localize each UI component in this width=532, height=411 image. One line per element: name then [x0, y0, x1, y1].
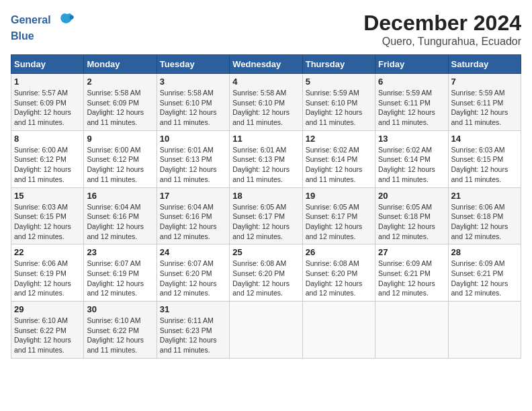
- day-number: 26: [306, 247, 372, 257]
- day-info: Sunrise: 5:58 AM Sunset: 6:10 PM Dayligh…: [232, 88, 299, 128]
- calendar-cell: 6 Sunrise: 5:59 AM Sunset: 6:11 PM Dayli…: [375, 74, 448, 131]
- day-info: Sunrise: 6:04 AM Sunset: 6:16 PM Dayligh…: [160, 202, 226, 242]
- day-number: 20: [378, 191, 445, 201]
- calendar-day-header: Saturday: [448, 55, 521, 74]
- calendar-cell: 29 Sunrise: 6:10 AM Sunset: 6:22 PM Dayl…: [11, 302, 84, 359]
- calendar-cell: 12 Sunrise: 6:02 AM Sunset: 6:14 PM Dayl…: [302, 130, 375, 187]
- calendar-cell: 14 Sunrise: 6:03 AM Sunset: 6:15 PM Dayl…: [448, 130, 521, 187]
- calendar-cell: 28 Sunrise: 6:09 AM Sunset: 6:21 PM Dayl…: [448, 244, 521, 302]
- calendar-cell: 9 Sunrise: 6:00 AM Sunset: 6:12 PM Dayli…: [84, 130, 157, 187]
- calendar-cell: 22 Sunrise: 6:06 AM Sunset: 6:19 PM Dayl…: [11, 244, 84, 302]
- day-info: Sunrise: 6:05 AM Sunset: 6:17 PM Dayligh…: [232, 202, 299, 242]
- title-area: December 2024 Quero, Tungurahua, Ecuador: [363, 11, 521, 48]
- day-info: Sunrise: 6:09 AM Sunset: 6:21 PM Dayligh…: [378, 259, 445, 298]
- day-number: 21: [451, 191, 518, 201]
- page-subtitle: Quero, Tungurahua, Ecuador: [363, 36, 521, 48]
- day-number: 7: [451, 77, 518, 87]
- day-info: Sunrise: 6:08 AM Sunset: 6:20 PM Dayligh…: [306, 259, 372, 298]
- day-info: Sunrise: 6:06 AM Sunset: 6:19 PM Dayligh…: [14, 259, 81, 298]
- logo: General Blue: [11, 11, 76, 42]
- calendar-week-row: 29 Sunrise: 6:10 AM Sunset: 6:22 PM Dayl…: [11, 302, 521, 359]
- day-number: 10: [160, 134, 226, 144]
- calendar-cell: 5 Sunrise: 5:59 AM Sunset: 6:10 PM Dayli…: [302, 74, 375, 131]
- day-info: Sunrise: 6:02 AM Sunset: 6:14 PM Dayligh…: [306, 145, 372, 185]
- day-number: 17: [160, 191, 226, 201]
- day-number: 19: [306, 191, 372, 201]
- day-number: 18: [232, 191, 299, 201]
- calendar-cell: 15 Sunrise: 6:03 AM Sunset: 6:15 PM Dayl…: [11, 187, 84, 244]
- calendar-cell: 20 Sunrise: 6:05 AM Sunset: 6:18 PM Dayl…: [375, 187, 448, 244]
- day-info: Sunrise: 5:59 AM Sunset: 6:11 PM Dayligh…: [451, 88, 518, 128]
- calendar-week-row: 22 Sunrise: 6:06 AM Sunset: 6:19 PM Dayl…: [11, 244, 521, 302]
- day-number: 22: [14, 247, 81, 257]
- day-number: 24: [160, 247, 226, 257]
- calendar-week-row: 8 Sunrise: 6:00 AM Sunset: 6:12 PM Dayli…: [11, 130, 521, 187]
- day-info: Sunrise: 6:02 AM Sunset: 6:14 PM Dayligh…: [378, 145, 445, 185]
- calendar-cell: 24 Sunrise: 6:07 AM Sunset: 6:20 PM Dayl…: [157, 244, 229, 302]
- calendar-cell: 11 Sunrise: 6:01 AM Sunset: 6:13 PM Dayl…: [230, 130, 302, 187]
- day-number: 25: [232, 247, 299, 257]
- calendar-cell: 10 Sunrise: 6:01 AM Sunset: 6:13 PM Dayl…: [157, 130, 229, 187]
- calendar-day-header: Tuesday: [157, 55, 229, 74]
- day-info: Sunrise: 6:05 AM Sunset: 6:17 PM Dayligh…: [306, 202, 372, 242]
- day-info: Sunrise: 6:07 AM Sunset: 6:19 PM Dayligh…: [87, 259, 153, 298]
- calendar-cell: 23 Sunrise: 6:07 AM Sunset: 6:19 PM Dayl…: [84, 244, 157, 302]
- day-number: 31: [160, 304, 226, 314]
- calendar-cell: 1 Sunrise: 5:57 AM Sunset: 6:09 PM Dayli…: [11, 74, 84, 131]
- day-number: 15: [14, 191, 81, 201]
- day-number: 27: [378, 247, 445, 257]
- day-info: Sunrise: 5:59 AM Sunset: 6:10 PM Dayligh…: [306, 88, 372, 128]
- logo-line1: General: [11, 11, 76, 30]
- day-number: 8: [14, 134, 81, 144]
- calendar-cell: 19 Sunrise: 6:05 AM Sunset: 6:17 PM Dayl…: [302, 187, 375, 244]
- page-header: General Blue December 2024 Quero, Tungur…: [11, 11, 521, 48]
- calendar-week-row: 15 Sunrise: 6:03 AM Sunset: 6:15 PM Dayl…: [11, 187, 521, 244]
- day-info: Sunrise: 5:58 AM Sunset: 6:10 PM Dayligh…: [160, 88, 226, 128]
- calendar-cell: [302, 302, 375, 359]
- day-info: Sunrise: 6:10 AM Sunset: 6:22 PM Dayligh…: [14, 316, 81, 355]
- calendar-cell: 17 Sunrise: 6:04 AM Sunset: 6:16 PM Dayl…: [157, 187, 229, 244]
- day-info: Sunrise: 6:03 AM Sunset: 6:15 PM Dayligh…: [14, 202, 81, 242]
- day-info: Sunrise: 5:58 AM Sunset: 6:09 PM Dayligh…: [87, 88, 153, 128]
- day-number: 5: [306, 77, 372, 87]
- calendar-cell: 8 Sunrise: 6:00 AM Sunset: 6:12 PM Dayli…: [11, 130, 84, 187]
- day-info: Sunrise: 6:05 AM Sunset: 6:18 PM Dayligh…: [378, 202, 445, 242]
- day-number: 9: [87, 134, 153, 144]
- calendar-cell: 4 Sunrise: 5:58 AM Sunset: 6:10 PM Dayli…: [230, 74, 302, 131]
- day-info: Sunrise: 6:07 AM Sunset: 6:20 PM Dayligh…: [160, 259, 226, 298]
- day-info: Sunrise: 6:04 AM Sunset: 6:16 PM Dayligh…: [87, 202, 153, 242]
- calendar-day-header: Friday: [375, 55, 448, 74]
- calendar-day-header: Monday: [84, 55, 157, 74]
- day-number: 1: [14, 77, 81, 87]
- day-number: 28: [451, 247, 518, 257]
- calendar-cell: [375, 302, 448, 359]
- day-info: Sunrise: 5:57 AM Sunset: 6:09 PM Dayligh…: [14, 88, 81, 128]
- day-number: 4: [232, 77, 299, 87]
- day-info: Sunrise: 6:06 AM Sunset: 6:18 PM Dayligh…: [451, 202, 518, 242]
- calendar-cell: [230, 302, 302, 359]
- day-info: Sunrise: 5:59 AM Sunset: 6:11 PM Dayligh…: [378, 88, 445, 128]
- calendar-cell: 16 Sunrise: 6:04 AM Sunset: 6:16 PM Dayl…: [84, 187, 157, 244]
- calendar-header-row: SundayMondayTuesdayWednesdayThursdayFrid…: [11, 55, 521, 74]
- day-number: 29: [14, 304, 81, 314]
- day-number: 2: [87, 77, 153, 87]
- calendar-day-header: Thursday: [302, 55, 375, 74]
- day-info: Sunrise: 6:10 AM Sunset: 6:22 PM Dayligh…: [87, 316, 153, 355]
- calendar-cell: 31 Sunrise: 6:11 AM Sunset: 6:23 PM Dayl…: [157, 302, 229, 359]
- day-number: 13: [378, 134, 445, 144]
- calendar-cell: 27 Sunrise: 6:09 AM Sunset: 6:21 PM Dayl…: [375, 244, 448, 302]
- day-info: Sunrise: 6:00 AM Sunset: 6:12 PM Dayligh…: [87, 145, 153, 185]
- calendar-cell: 26 Sunrise: 6:08 AM Sunset: 6:20 PM Dayl…: [302, 244, 375, 302]
- logo-line2: Blue: [11, 30, 76, 42]
- day-number: 6: [378, 77, 445, 87]
- day-info: Sunrise: 6:03 AM Sunset: 6:15 PM Dayligh…: [451, 145, 518, 185]
- calendar-cell: 30 Sunrise: 6:10 AM Sunset: 6:22 PM Dayl…: [84, 302, 157, 359]
- calendar-week-row: 1 Sunrise: 5:57 AM Sunset: 6:09 PM Dayli…: [11, 74, 521, 131]
- day-number: 23: [87, 247, 153, 257]
- day-number: 14: [451, 134, 518, 144]
- calendar-cell: 21 Sunrise: 6:06 AM Sunset: 6:18 PM Dayl…: [448, 187, 521, 244]
- calendar-cell: 2 Sunrise: 5:58 AM Sunset: 6:09 PM Dayli…: [84, 74, 157, 131]
- day-info: Sunrise: 6:08 AM Sunset: 6:20 PM Dayligh…: [232, 259, 299, 298]
- page-title: December 2024: [363, 11, 521, 36]
- day-number: 11: [232, 134, 299, 144]
